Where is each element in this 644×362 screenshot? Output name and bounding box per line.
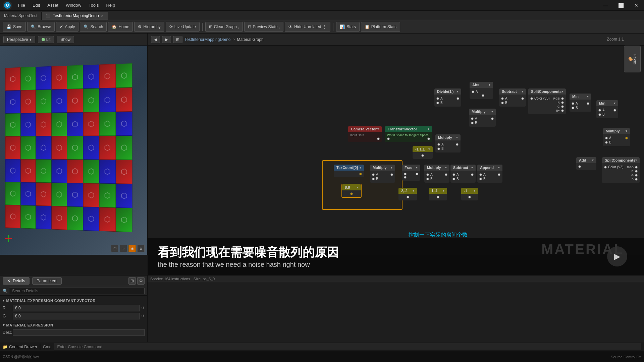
pin-divide-b-in[interactable] <box>436 102 439 104</box>
vp-icon-1[interactable]: ⬚ <box>111 245 118 252</box>
node-abs-dropdown[interactable]: ▾ <box>489 83 490 86</box>
pin-split1-g-out[interactable] <box>561 105 564 108</box>
pin-sub1-a-in[interactable] <box>501 97 504 100</box>
reset-r-icon[interactable]: ↺ <box>141 306 145 310</box>
pin-mul1-a-in[interactable] <box>471 117 474 120</box>
clean-graph-button[interactable]: ⊞ Clean Graph , <box>205 22 243 32</box>
pin-neg1-out[interactable] <box>468 196 471 198</box>
pin-88-out[interactable] <box>350 192 353 195</box>
platform-stats-button[interactable]: 📋 Platform Stats <box>361 22 400 32</box>
node-multiply-top-dropdown[interactable]: ▾ <box>626 129 627 133</box>
details-settings-button[interactable]: ⚙ <box>137 277 145 285</box>
pin-sub1-b-in[interactable] <box>501 102 504 104</box>
node-const-111-dropdown[interactable]: ▾ <box>428 147 430 151</box>
node-graph-panel[interactable]: ◀ ▶ ⊞ TestInteriorMappingDemo > Material… <box>148 34 644 255</box>
pin-add-out[interactable] <box>578 165 581 168</box>
pin-split2-g-out[interactable] <box>635 174 638 177</box>
node-subtract1[interactable]: Subtract ▾ A B <box>499 88 526 107</box>
close-button[interactable]: ✕ <box>629 0 644 11</box>
pin-mul1-out[interactable] <box>491 117 494 120</box>
console-input[interactable] <box>54 344 641 350</box>
grid-button[interactable]: ⊞ <box>173 36 182 43</box>
node-const-11-dropdown[interactable]: ▾ <box>443 189 444 192</box>
pin-mul2-b-in[interactable] <box>437 147 440 150</box>
pin-sub2-out[interactable] <box>471 173 474 176</box>
apply-button[interactable]: ✔ Apply <box>56 22 78 32</box>
node-subtract1-dropdown[interactable]: ▾ <box>522 90 523 93</box>
pin-mul3-out[interactable] <box>390 173 393 176</box>
pin-split2-r-out[interactable] <box>635 170 638 173</box>
hierarchy-button[interactable]: ⚙ Hierarchy <box>134 22 164 32</box>
node-multiply4[interactable]: Multiply ▾ A B <box>424 165 449 183</box>
pin-mul1-b-in[interactable] <box>471 122 474 124</box>
node-const-22[interactable]: 2,-2 ▾ <box>398 188 417 200</box>
maximize-button[interactable]: ⬜ <box>613 0 629 11</box>
node-divide[interactable]: Divide(1,) ▾ A B <box>434 88 461 107</box>
details-tab-button[interactable]: ✕ Details <box>3 277 30 285</box>
vp-icon-3[interactable]: ◉ <box>128 245 136 252</box>
pin-frac-b-in[interactable] <box>404 176 407 179</box>
pin-texcoord-out[interactable] <box>359 173 362 175</box>
vp-icon-4[interactable]: ⊛ <box>137 245 145 252</box>
hide-unrelated-button[interactable]: 👁 Hide Unrelated ⋮ <box>285 22 330 32</box>
pin-min1-b-in[interactable] <box>572 107 574 109</box>
menu-window[interactable]: Window <box>62 1 85 9</box>
node-min1[interactable]: Min ▾ A B <box>570 94 591 112</box>
pin-frac-out[interactable] <box>416 173 418 175</box>
input-g[interactable] <box>13 313 140 319</box>
pin-mul2-out[interactable] <box>456 143 459 146</box>
node-const-22-dropdown[interactable]: ▾ <box>413 189 414 192</box>
pin-min1-out[interactable] <box>587 102 589 105</box>
back-button[interactable]: ◀ <box>151 36 160 43</box>
pin-transform-out[interactable] <box>427 137 430 140</box>
node-multiply2[interactable]: Multiply ▾ A B <box>435 134 461 153</box>
pin-multop-a-in[interactable] <box>605 137 608 139</box>
pin-min2-b-in[interactable] <box>598 113 601 116</box>
node-multiply3-dropdown[interactable]: ▾ <box>391 166 392 169</box>
details-search-input[interactable] <box>9 288 145 294</box>
tab-speed-test[interactable]: MaterialSpeedTest <box>0 12 42 20</box>
pin-11-out[interactable] <box>437 196 439 198</box>
perspective-button[interactable]: Perspective ▾ <box>3 36 35 43</box>
node-const-11[interactable]: 1,-1 ▾ <box>429 188 447 200</box>
input-desc[interactable] <box>13 329 145 336</box>
menu-edit[interactable]: Edit <box>29 1 43 9</box>
reset-g-icon[interactable]: ↺ <box>141 314 145 318</box>
menu-tools[interactable]: Tools <box>85 1 102 9</box>
pin-camera-out[interactable] <box>377 137 380 140</box>
menu-asset[interactable]: Asset <box>44 1 62 9</box>
node-add[interactable]: Add ▾ <box>576 157 596 170</box>
node-const-111[interactable]: -1,1,1 ▾ <box>413 146 433 159</box>
node-transform-vector[interactable]: TransformVector ▾ World Space to Tangent… <box>385 126 432 142</box>
section2-chevron-icon[interactable]: ▾ <box>3 323 5 327</box>
pin-split1-rgb-out[interactable] <box>561 97 564 100</box>
node-split1[interactable]: SplitComponents ▾ Color (V3)RGB R G B▾ <box>528 88 566 114</box>
node-append-dropdown[interactable]: ▾ <box>498 166 500 169</box>
pin-mul4-a-in[interactable] <box>426 173 429 176</box>
node-subtract2-dropdown[interactable]: ▾ <box>471 166 473 169</box>
node-multiply1[interactable]: Multiply ▾ A B <box>469 109 496 127</box>
parameters-tab-button[interactable]: Parameters <box>32 277 62 285</box>
input-r[interactable] <box>13 305 140 311</box>
pin-split2-in[interactable] <box>604 166 607 169</box>
pin-split2-rgb-out[interactable] <box>635 166 638 169</box>
pin-append-b-in[interactable] <box>479 178 482 180</box>
minimize-button[interactable]: — <box>598 0 613 11</box>
node-split1-dropdown[interactable]: ▾ <box>561 90 563 93</box>
pin-append-a-in[interactable] <box>479 173 482 176</box>
pin-divide-out[interactable] <box>457 97 459 100</box>
node-tex-coord-dropdown[interactable]: ▾ <box>360 166 361 169</box>
tab-close-icon[interactable]: ✕ <box>101 14 104 18</box>
node-multiply1-dropdown[interactable]: ▾ <box>491 110 493 113</box>
play-button[interactable]: ▶ <box>607 246 627 266</box>
node-frac[interactable]: Frac ▾ <box>402 165 420 181</box>
node-frac-dropdown[interactable]: ▾ <box>416 166 418 169</box>
vp-icon-2[interactable]: ○ <box>120 245 127 252</box>
node-const-88-dropdown[interactable]: ▾ <box>357 186 358 189</box>
node-append[interactable]: Append ▾ A B <box>477 165 502 183</box>
forward-button[interactable]: ▶ <box>162 36 171 43</box>
node-split2[interactable]: SplitComponents ▾ Color (V3)RGB R G B <box>602 157 640 183</box>
details-close-icon[interactable]: ✕ <box>7 279 10 283</box>
browse-button[interactable]: 🔍 Browse <box>27 22 55 32</box>
show-button[interactable]: Show <box>57 36 74 43</box>
